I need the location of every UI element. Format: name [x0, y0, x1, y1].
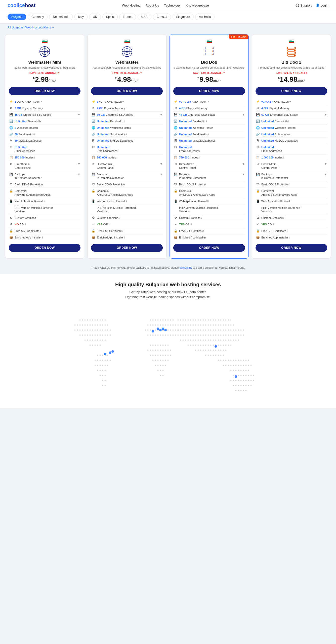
- login-link[interactable]: 👤 Login: [316, 4, 328, 7]
- svg-point-393: [238, 365, 239, 366]
- country-tab-italy[interactable]: Italy: [74, 14, 88, 20]
- info-icon[interactable]: ℹ: [36, 217, 37, 219]
- svg-point-121: [152, 319, 154, 321]
- info-icon[interactable]: ℹ: [288, 120, 289, 123]
- expand-btn[interactable]: ▼: [77, 162, 80, 166]
- info-icon[interactable]: ℹ: [124, 120, 125, 123]
- info-icon[interactable]: ℹ: [119, 217, 120, 219]
- info-icon[interactable]: ℹ: [287, 230, 288, 232]
- expand-btn[interactable]: ▼: [324, 113, 327, 116]
- info-icon[interactable]: ℹ: [283, 156, 284, 159]
- svg-point-164: [167, 335, 169, 336]
- svg-point-64: [79, 335, 81, 336]
- feature-icon: ⚙: [91, 216, 96, 220]
- info-icon[interactable]: ℹ: [126, 200, 127, 203]
- info-icon[interactable]: ℹ: [116, 156, 117, 159]
- svg-point-87: [92, 345, 93, 346]
- country-tab-usa[interactable]: USA: [138, 14, 151, 20]
- svg-point-345: [213, 345, 214, 346]
- country-tab-canada[interactable]: Canada: [153, 14, 171, 20]
- info-icon[interactable]: ℹ: [206, 236, 207, 239]
- svg-point-377: [225, 360, 227, 361]
- feature-row: 📱 Web Aplication Firewallℹ: [173, 198, 245, 205]
- info-icon[interactable]: ℹ: [283, 217, 284, 219]
- save-label: SAVE €19.96 ANNUALLY: [193, 72, 225, 74]
- info-icon[interactable]: ℹ: [44, 200, 45, 203]
- support-link[interactable]: 🎧 Support: [295, 4, 312, 7]
- breadcrumb-link[interactable]: All Bulgarian Web Hosting Plans →: [8, 26, 55, 29]
- expand-btn[interactable]: ▼: [160, 173, 163, 176]
- info-icon[interactable]: ℹ: [25, 223, 26, 226]
- svg-point-22: [294, 53, 295, 54]
- order-now-button-bottom[interactable]: ORDER NOW: [9, 244, 80, 252]
- nav-knowledgebase[interactable]: Knowledgebase: [186, 4, 209, 7]
- country-tab-france[interactable]: France: [119, 14, 136, 20]
- info-icon[interactable]: ℹ: [289, 236, 290, 239]
- expand-btn[interactable]: ▼: [77, 113, 80, 116]
- svg-point-69: [92, 335, 93, 336]
- expand-btn[interactable]: ▼: [242, 173, 245, 176]
- feature-row: 🗄 Unlimited MySQL Databases: [173, 138, 245, 144]
- feature-row: ✗ NO CGIℹ: [9, 221, 80, 228]
- logo[interactable]: coolicehost: [8, 3, 35, 8]
- nav-web-hosting[interactable]: Web Hosting: [122, 4, 141, 7]
- svg-point-188: [155, 355, 156, 356]
- order-now-button-bottom[interactable]: ORDER NOW: [256, 244, 327, 252]
- svg-point-429: [240, 385, 242, 386]
- expand-btn[interactable]: ▼: [242, 162, 245, 166]
- expand-btn[interactable]: ▼: [324, 173, 327, 176]
- nav-technology[interactable]: Technology: [164, 4, 181, 7]
- order-now-button-bottom[interactable]: ORDER NOW: [91, 244, 163, 252]
- info-icon[interactable]: ℹ: [201, 217, 202, 219]
- info-icon[interactable]: ℹ: [290, 133, 291, 136]
- order-now-button-top[interactable]: ORDER NOW: [173, 87, 245, 95]
- feature-row: 🖥 2 GB Physical Memory: [9, 105, 80, 112]
- order-now-button-top[interactable]: ORDER NOW: [9, 87, 80, 95]
- feature-text: vCPU 2 x AMD Ryzen™: [179, 100, 245, 104]
- info-icon[interactable]: ℹ: [41, 120, 43, 123]
- order-now-button-bottom[interactable]: ORDER NOW: [173, 244, 245, 252]
- nav-about[interactable]: About Us: [146, 4, 159, 7]
- svg-point-119: [105, 385, 106, 386]
- contact-us-link[interactable]: contact us: [180, 266, 192, 269]
- info-icon[interactable]: ℹ: [206, 120, 207, 123]
- country-tab-germany[interactable]: Germany: [28, 14, 48, 20]
- country-tab-bulgaria[interactable]: Bulgaria: [8, 14, 26, 20]
- feature-icon: ✉: [91, 145, 96, 149]
- info-icon[interactable]: ℹ: [191, 223, 192, 226]
- bottom-note-text: That is what we offer to you...If your p…: [91, 266, 179, 269]
- country-tab-spain[interactable]: Spain: [102, 14, 118, 20]
- info-icon[interactable]: ℹ: [199, 156, 200, 159]
- svg-point-62: [107, 330, 108, 331]
- info-icon[interactable]: ℹ: [290, 200, 291, 203]
- expand-btn[interactable]: ▼: [324, 162, 327, 166]
- expand-btn[interactable]: ▼: [160, 162, 163, 166]
- svg-point-44: [97, 325, 98, 326]
- expand-btn[interactable]: ▼: [77, 173, 80, 176]
- country-tab-singapore[interactable]: Singapore: [173, 14, 194, 20]
- info-icon[interactable]: ℹ: [34, 133, 35, 136]
- order-now-button-top[interactable]: ORDER NOW: [256, 87, 327, 95]
- svg-point-412: [245, 375, 247, 376]
- info-icon[interactable]: ℹ: [124, 236, 125, 239]
- expand-btn[interactable]: ▼: [160, 113, 163, 116]
- order-now-button-top[interactable]: ORDER NOW: [91, 87, 163, 95]
- info-icon[interactable]: ℹ: [204, 230, 205, 232]
- info-icon[interactable]: ℹ: [40, 230, 41, 232]
- svg-point-117: [105, 380, 106, 381]
- country-tab-australia[interactable]: Australia: [195, 14, 215, 20]
- info-icon[interactable]: ℹ: [208, 200, 209, 203]
- info-icon[interactable]: ℹ: [273, 223, 274, 226]
- svg-point-264: [195, 330, 196, 331]
- info-icon[interactable]: ℹ: [122, 230, 123, 232]
- info-icon[interactable]: ℹ: [34, 156, 35, 159]
- feature-text: Unlimited Bandwidthℹ: [97, 119, 163, 123]
- country-tab-uk[interactable]: UK: [89, 14, 101, 20]
- info-icon[interactable]: ℹ: [208, 133, 209, 136]
- info-icon[interactable]: ℹ: [126, 133, 127, 136]
- country-tab-netherlands[interactable]: Netherlands: [49, 14, 73, 20]
- info-icon[interactable]: ℹ: [109, 223, 110, 226]
- info-icon[interactable]: ℹ: [42, 236, 43, 239]
- feature-icon: 🌐: [91, 126, 96, 130]
- expand-btn[interactable]: ▼: [242, 113, 245, 116]
